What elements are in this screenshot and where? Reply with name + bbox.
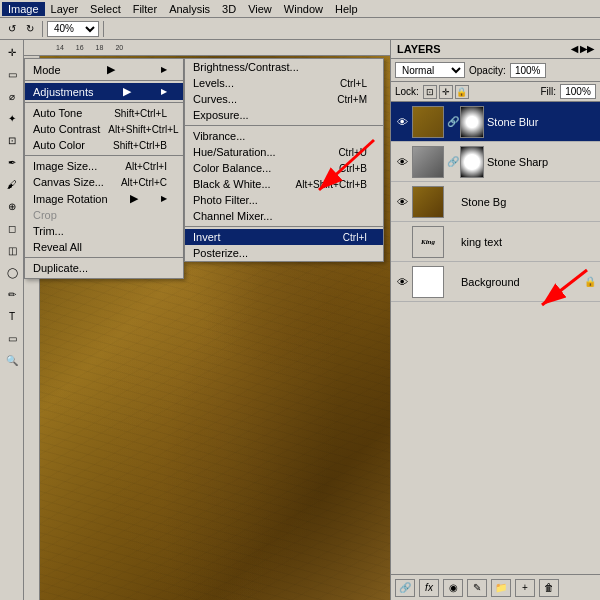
menu-image-size[interactable]: Image Size... Alt+Ctrl+I <box>25 158 183 174</box>
lock-move-btn[interactable]: ✛ <box>439 85 453 99</box>
layer-thumb-stone-bg <box>412 186 444 218</box>
layer-item-background[interactable]: 👁 Background 🔒 <box>391 262 600 302</box>
blend-mode-select[interactable]: Normal Dissolve Multiply Screen Overlay <box>395 62 465 78</box>
tool-clone[interactable]: ⊕ <box>2 196 22 216</box>
layers-group-btn[interactable]: 📁 <box>491 579 511 597</box>
layer-eye-stone-blur[interactable]: 👁 <box>395 115 409 129</box>
menu-3d[interactable]: 3D <box>216 2 242 16</box>
adj-brightness-label: Brightness/Contrast... <box>193 61 299 73</box>
menu-reveal-all[interactable]: Reveal All <box>25 239 183 255</box>
adj-photo-filter[interactable]: Photo Filter... <box>185 192 383 208</box>
layer-item-stone-bg[interactable]: 👁 Stone Bg <box>391 182 600 222</box>
layer-item-king-text[interactable]: 👁 King king text <box>391 222 600 262</box>
tool-select-rect[interactable]: ▭ <box>2 64 22 84</box>
tool-lasso[interactable]: ⌀ <box>2 86 22 106</box>
adj-invert[interactable]: Invert Ctrl+I <box>185 229 383 245</box>
toolbar-sep-1 <box>42 21 43 37</box>
adj-photo-filter-label: Photo Filter... <box>193 194 258 206</box>
adj-levels[interactable]: Levels... Ctrl+L <box>185 75 383 91</box>
menu-auto-color[interactable]: Auto Color Shift+Ctrl+B <box>25 137 183 153</box>
layer-name-stone-blur: Stone Blur <box>487 116 596 128</box>
opacity-value[interactable]: 100% <box>510 63 546 78</box>
adj-exposure[interactable]: Exposure... <box>185 107 383 123</box>
lock-pixels-btn[interactable]: ⊡ <box>423 85 437 99</box>
adj-color-balance-label: Color Balance... <box>193 162 271 174</box>
menu-help[interactable]: Help <box>329 2 364 16</box>
ruler-mark-20: 20 <box>115 44 123 51</box>
menu-auto-tone[interactable]: Auto Tone Shift+Ctrl+L <box>25 105 183 121</box>
toolbar-btn-2[interactable]: ↻ <box>22 21 38 36</box>
menu-section-size: Image Size... Alt+Ctrl+I Canvas Size... … <box>25 156 183 258</box>
toolbar-btn-1[interactable]: ↺ <box>4 21 20 36</box>
adj-curves-label: Curves... <box>193 93 237 105</box>
adj-color-balance[interactable]: Color Balance... Ctrl+B <box>185 160 383 176</box>
lock-all-btn[interactable]: 🔒 <box>455 85 469 99</box>
tool-eyedropper[interactable]: ✒ <box>2 152 22 172</box>
layers-new-btn[interactable]: + <box>515 579 535 597</box>
layers-link-btn[interactable]: 🔗 <box>395 579 415 597</box>
adj-channel-mixer[interactable]: Channel Mixer... <box>185 208 383 224</box>
menu-section-duplicate: Duplicate... <box>25 258 183 278</box>
adj-posterize[interactable]: Posterize... <box>185 245 383 261</box>
layers-expand-arrow[interactable]: ▶▶ <box>580 44 594 54</box>
layer-thumb-stone-blur <box>412 106 444 138</box>
tool-dodge[interactable]: ◯ <box>2 262 22 282</box>
menu-image-rotation[interactable]: Image Rotation ▶ <box>25 190 183 207</box>
menu-filter[interactable]: Filter <box>127 2 163 16</box>
main-area: ✛ ▭ ⌀ ✦ ⊡ ✒ 🖌 ⊕ ◻ ◫ ◯ ✏ T ▭ 🔍 14 16 18 2… <box>0 40 600 600</box>
menu-duplicate[interactable]: Duplicate... <box>25 260 183 276</box>
adj-channel-mixer-label: Channel Mixer... <box>193 210 272 222</box>
adj-bw[interactable]: Black & White... Alt+Shift+Ctrl+B <box>185 176 383 192</box>
tool-eraser[interactable]: ◻ <box>2 218 22 238</box>
adj-hue-sat[interactable]: Hue/Saturation... Ctrl+U <box>185 144 383 160</box>
menu-auto-contrast[interactable]: Auto Contrast Alt+Shift+Ctrl+L <box>25 121 183 137</box>
layer-link-stone-blur: 🔗 <box>447 116 457 127</box>
layer-eye-stone-bg[interactable]: 👁 <box>395 195 409 209</box>
menu-canvas-size-shortcut: Alt+Ctrl+C <box>121 177 167 188</box>
zoom-select[interactable]: 40% 25% 50% 100% <box>47 21 99 37</box>
menu-image-mode[interactable]: Mode ▶ <box>25 61 183 78</box>
tool-magic-wand[interactable]: ✦ <box>2 108 22 128</box>
layers-blend-row: Normal Dissolve Multiply Screen Overlay … <box>391 59 600 82</box>
menu-canvas-size[interactable]: Canvas Size... Alt+Ctrl+C <box>25 174 183 190</box>
adj-bw-shortcut: Alt+Shift+Ctrl+B <box>296 179 367 190</box>
menu-image[interactable]: Image <box>2 2 45 16</box>
layers-delete-btn[interactable]: 🗑 <box>539 579 559 597</box>
layer-name-king-text: king text <box>461 236 596 248</box>
menu-view[interactable]: View <box>242 2 278 16</box>
layers-fx-btn[interactable]: fx <box>419 579 439 597</box>
tool-zoom[interactable]: 🔍 <box>2 350 22 370</box>
tool-text[interactable]: T <box>2 306 22 326</box>
layers-adj-btn[interactable]: ✎ <box>467 579 487 597</box>
layer-eye-background[interactable]: 👁 <box>395 275 409 289</box>
layer-item-stone-blur[interactable]: 👁 🔗 Stone Blur <box>391 102 600 142</box>
layer-link-stone-sharp: 🔗 <box>447 156 457 167</box>
tool-pen[interactable]: ✏ <box>2 284 22 304</box>
fill-value[interactable]: 100% <box>560 84 596 99</box>
adj-curves-shortcut: Ctrl+M <box>337 94 367 105</box>
layers-panel: LAYERS ◀ ▶▶ Normal Dissolve Multiply Scr… <box>390 40 600 600</box>
tool-move[interactable]: ✛ <box>2 42 22 62</box>
menu-select[interactable]: Select <box>84 2 127 16</box>
menu-bar: Image Layer Select Filter Analysis 3D Vi… <box>0 0 600 18</box>
menu-layer[interactable]: Layer <box>45 2 85 16</box>
menu-trim[interactable]: Trim... <box>25 223 183 239</box>
layers-footer: 🔗 fx ◉ ✎ 📁 + 🗑 <box>391 574 600 600</box>
tool-gradient[interactable]: ◫ <box>2 240 22 260</box>
tool-crop[interactable]: ⊡ <box>2 130 22 150</box>
adj-curves[interactable]: Curves... Ctrl+M <box>185 91 383 107</box>
layers-mask-btn[interactable]: ◉ <box>443 579 463 597</box>
menu-auto-color-label: Auto Color <box>33 139 85 151</box>
layer-item-stone-sharp[interactable]: 👁 🔗 Stone Sharp <box>391 142 600 182</box>
menu-analysis[interactable]: Analysis <box>163 2 216 16</box>
layers-collapse-arrow[interactable]: ◀ <box>571 44 578 54</box>
menu-crop-label: Crop <box>33 209 57 221</box>
tool-shape[interactable]: ▭ <box>2 328 22 348</box>
adj-vibrance[interactable]: Vibrance... <box>185 128 383 144</box>
menu-image-adjustments[interactable]: Adjustments ▶ <box>25 83 183 100</box>
layer-eye-stone-sharp[interactable]: 👁 <box>395 155 409 169</box>
adj-sep-2 <box>185 226 383 227</box>
menu-window[interactable]: Window <box>278 2 329 16</box>
tool-brush[interactable]: 🖌 <box>2 174 22 194</box>
adj-brightness[interactable]: Brightness/Contrast... <box>185 59 383 75</box>
